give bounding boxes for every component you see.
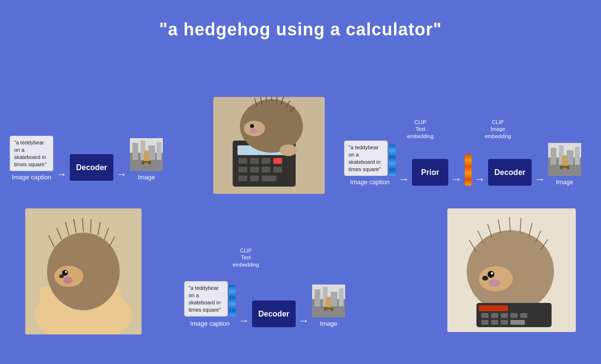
svg-rect-81 xyxy=(157,142,161,160)
right-clip-bar-orange xyxy=(465,154,472,186)
svg-rect-69 xyxy=(501,313,508,318)
page-title: "a hedgehog using a calculator" xyxy=(0,0,601,40)
top-arrow-1: → xyxy=(53,168,70,181)
bottom-clip-text-label: CLIPTextembedding xyxy=(233,247,259,268)
svg-rect-72 xyxy=(481,320,489,325)
svg-rect-102 xyxy=(567,150,573,165)
right-arrow-1: → xyxy=(395,173,412,186)
bottom-caption-box: "a teddybear on a skateboard in times sq… xyxy=(184,281,228,317)
hedgehog-calculator-center-image xyxy=(213,97,325,194)
svg-rect-70 xyxy=(510,313,518,318)
svg-rect-6 xyxy=(273,158,282,164)
svg-point-107 xyxy=(560,167,563,170)
top-caption-label: Image caption xyxy=(12,174,51,181)
svg-point-44 xyxy=(54,266,83,287)
svg-rect-4 xyxy=(250,158,259,164)
bottom-center-diagram: "a teddybear on a skateboard in times sq… xyxy=(184,281,345,327)
svg-rect-11 xyxy=(238,175,247,181)
bottom-caption-label: Image caption xyxy=(190,320,230,327)
top-caption-box: "a teddybear on a skateboard in times sq… xyxy=(10,136,53,171)
top-image-label: Image xyxy=(138,174,155,181)
right-image-box xyxy=(548,143,581,176)
svg-rect-80 xyxy=(148,145,155,160)
right-clip-image-label-container: CLIPImageembedding xyxy=(485,119,511,140)
right-arrow-2: → xyxy=(448,173,465,186)
svg-rect-89 xyxy=(315,289,320,306)
bottom-arrow-2: → xyxy=(296,315,312,327)
right-caption-box: "a teddybear on a skateboard in times sq… xyxy=(344,141,388,176)
right-clip-orange-item xyxy=(465,154,472,186)
bottom-image-label: Image xyxy=(320,320,337,327)
bottom-decoder-item: Decoder xyxy=(252,301,296,327)
svg-point-63 xyxy=(489,279,500,287)
svg-point-96 xyxy=(324,309,327,311)
svg-point-105 xyxy=(562,155,567,160)
svg-rect-29 xyxy=(40,286,52,320)
top-row-diagram: "a teddybear on a skateboard in times sq… xyxy=(10,136,163,181)
right-prior-box: Prior xyxy=(412,159,448,186)
hedgehog-calculator-right-image xyxy=(447,208,576,332)
right-clip-image-label: CLIPImageembedding xyxy=(485,119,511,140)
top-decoder-box: Decoder xyxy=(70,154,113,181)
right-arrow-3: → xyxy=(472,173,488,186)
svg-point-50 xyxy=(467,230,554,313)
svg-rect-66 xyxy=(479,305,508,311)
svg-point-61 xyxy=(488,271,494,278)
svg-rect-13 xyxy=(262,175,276,181)
right-clip-text-label: CLIPTextembedding xyxy=(407,119,433,140)
bottom-image-box xyxy=(312,285,345,317)
svg-point-108 xyxy=(567,167,569,170)
svg-rect-5 xyxy=(262,158,270,164)
right-decoder-item: Decoder xyxy=(488,159,532,186)
svg-rect-92 xyxy=(339,288,344,306)
right-decoder-box: Decoder xyxy=(488,159,532,186)
svg-point-26 xyxy=(280,144,297,156)
svg-point-86 xyxy=(149,162,151,165)
bottom-decoder-box: Decoder xyxy=(252,301,296,327)
svg-rect-91 xyxy=(331,292,337,306)
svg-rect-74 xyxy=(501,320,508,325)
svg-line-40 xyxy=(91,219,91,233)
svg-point-83 xyxy=(144,150,149,155)
svg-rect-12 xyxy=(250,175,259,181)
right-image-label: Image xyxy=(556,178,573,186)
top-decoder-item: Decoder xyxy=(70,154,113,181)
svg-point-48 xyxy=(59,274,64,278)
right-clip-bar-blue xyxy=(389,144,395,176)
svg-rect-68 xyxy=(491,313,498,318)
svg-rect-7 xyxy=(238,167,247,173)
svg-point-97 xyxy=(331,309,333,311)
top-arrow-2: → xyxy=(113,168,130,181)
svg-point-46 xyxy=(65,271,67,273)
svg-rect-9 xyxy=(262,167,270,173)
svg-point-94 xyxy=(326,297,331,301)
svg-rect-103 xyxy=(575,147,580,165)
hedgehog-hand-image xyxy=(25,208,142,334)
svg-point-23 xyxy=(244,121,265,136)
bottom-clip-bar xyxy=(229,285,236,317)
svg-point-64 xyxy=(482,276,488,281)
svg-point-25 xyxy=(250,128,257,133)
bottom-image-item: Image xyxy=(312,285,345,327)
right-clip-text-label-container: CLIPTextembedding xyxy=(407,119,433,140)
svg-rect-100 xyxy=(551,148,556,165)
svg-point-85 xyxy=(142,162,144,165)
svg-rect-67 xyxy=(481,313,489,318)
top-image-box xyxy=(130,138,163,171)
svg-rect-8 xyxy=(250,167,259,173)
svg-point-24 xyxy=(250,124,254,128)
svg-rect-75 xyxy=(510,320,525,325)
svg-point-62 xyxy=(491,272,493,275)
right-caption-label: Image caption xyxy=(350,178,390,186)
top-image-item: Image xyxy=(130,138,163,181)
bottom-clip-label-container: CLIPTextembedding xyxy=(233,247,259,268)
right-image-item: Image xyxy=(548,143,581,186)
svg-point-47 xyxy=(63,277,73,284)
bottom-arrow-1: → xyxy=(236,315,252,327)
right-prior-item: Prior xyxy=(412,159,448,186)
right-diagram: "a teddybear on a skateboard in times sq… xyxy=(344,141,581,186)
right-arrow-4: → xyxy=(532,173,548,186)
right-caption-item: "a teddybear on a skateboard in times sq… xyxy=(344,141,395,186)
top-caption-item: "a teddybear on a skateboard in times sq… xyxy=(10,136,53,181)
svg-rect-10 xyxy=(273,167,282,173)
